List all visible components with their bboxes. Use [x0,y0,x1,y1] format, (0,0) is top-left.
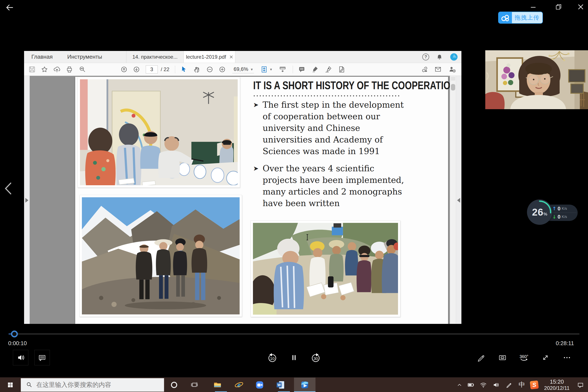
bullet-text: Over the years 4 scientific projects hav… [262,163,405,209]
photo-meeting-illustration [80,79,238,185]
pause-button[interactable] [286,350,302,365]
next-page-button[interactable] [130,63,143,76]
hand-icon [192,65,201,74]
taskbar-zoom[interactable] [254,378,266,392]
expand-left-panel-icon[interactable] [25,198,28,203]
zoom-level-dropdown[interactable]: 69,6% ▾ [232,65,254,73]
fill-sign-tool-button[interactable] [335,63,348,76]
netdisk-cloud-icon [498,12,512,23]
notifications-button[interactable] [432,51,446,63]
fit-page-icon [260,65,268,74]
hand-tool-button[interactable] [190,63,204,76]
clock-date: 2020/12/11 [544,385,570,391]
vertical-scrollbar[interactable] [450,76,456,324]
expand-right-panel-icon[interactable] [457,198,460,203]
select-tool-button[interactable] [177,63,190,76]
cortana-button[interactable] [168,378,180,392]
taskbar-search-box[interactable] [21,378,164,392]
email-button[interactable] [431,63,445,76]
clock-time: 15:20 [550,379,564,385]
ellipsis-icon [561,352,572,363]
tab-tools[interactable]: Инструменты [60,51,110,63]
sign-tool-button[interactable] [322,63,335,76]
highlight-tool-button[interactable] [308,63,322,76]
webcam-scene [485,50,588,109]
restore-icon [555,4,562,10]
zoom-in-button[interactable] [216,63,228,76]
netdisk-upload-button[interactable]: 拖拽上传 [498,12,543,24]
page-number-input[interactable] [146,65,158,74]
bell-icon [436,53,443,60]
share-link-button[interactable] [418,63,431,76]
more-options-button[interactable] [559,350,575,365]
tab-close-icon[interactable] [230,55,233,59]
add-user-button[interactable] [445,63,460,76]
draw-button[interactable] [473,350,489,365]
volume-button[interactable] [13,350,28,365]
account-avatar[interactable] [446,51,462,63]
comment-tool-button[interactable] [295,63,308,76]
cpu-percent-circle[interactable]: 26% [527,200,552,225]
sogou-icon: S [532,381,536,388]
close-icon [578,4,584,10]
taskbar-internet-explorer[interactable]: e [233,378,245,392]
help-button[interactable]: ? [419,51,432,63]
action-center-icon [576,381,584,389]
scrollbar-thumb[interactable] [451,84,455,90]
save-button[interactable] [26,63,38,76]
search-icon [26,381,33,388]
taskbar-file-explorer[interactable] [212,378,224,392]
title-dotted-divider [254,95,399,96]
forward-30-button[interactable]: 30 [308,350,324,365]
scrollbar-up-button[interactable] [451,77,455,80]
action-center-button[interactable] [573,378,588,392]
photo-mountains-illustration [82,197,240,314]
tray-show-hidden-button[interactable] [454,378,465,392]
download-arrow-icon: ↓ [552,214,556,220]
restore-button[interactable] [552,1,566,12]
star-button[interactable] [38,63,51,76]
subtitles-button[interactable] [34,350,50,365]
close-button[interactable] [574,1,587,13]
tray-volume[interactable] [490,378,502,392]
network-monitor-widget[interactable]: ↑ 0 K/s ↓ 0 K/s 26% [527,200,580,226]
taskbar-word[interactable]: W [274,378,286,392]
tray-wifi[interactable] [477,378,490,392]
doc-tab-active[interactable]: lecture1-2019.pdf [184,51,235,63]
search-input[interactable] [36,378,164,392]
minimize-button[interactable] [526,2,540,12]
fullscreen-button[interactable] [538,350,553,365]
seek-thumb[interactable] [11,330,18,338]
tab-home[interactable]: Главная [24,51,60,63]
share-upload-button[interactable] [51,63,63,76]
duration-time: 0:28:11 [556,340,574,347]
rewind-10-button[interactable]: 10 [264,350,280,365]
tray-battery[interactable] [465,378,477,392]
tray-clock[interactable]: 15:20 2020/12/11 [541,378,573,392]
taskbar-movies-tv-active[interactable] [294,378,316,392]
svg-text:10: 10 [270,356,274,361]
previous-chevron[interactable] [2,181,14,196]
tray-ime[interactable]: 中 [516,378,528,392]
fit-page-dropdown[interactable]: ▾ [258,63,274,76]
tray-pen[interactable] [502,378,516,392]
zoom-out-button[interactable] [204,63,216,76]
person-add-icon [448,65,456,74]
bullet-item: ➤ The first step in the development of c… [253,99,405,157]
netdisk-upload-label: 拖拽上传 [515,14,540,22]
previous-page-button[interactable] [118,63,130,76]
back-button[interactable] [4,2,16,13]
search-tool-button[interactable] [76,63,89,76]
task-view-button[interactable] [188,378,200,392]
doc-tab-inactive[interactable]: 14. практическое... [126,51,184,63]
rotate-360-button[interactable]: 360° [516,350,532,365]
print-button[interactable] [63,63,76,76]
start-button[interactable] [0,378,21,392]
seek-bar[interactable] [8,333,580,335]
ruler-tool-button[interactable] [276,63,290,76]
taskbar: e W [0,378,588,392]
mini-player-button[interactable] [495,350,510,365]
tray-sogou[interactable]: S [528,378,541,392]
speaker-icon [492,381,500,389]
zoom-level-value: 69,6% [234,66,248,72]
